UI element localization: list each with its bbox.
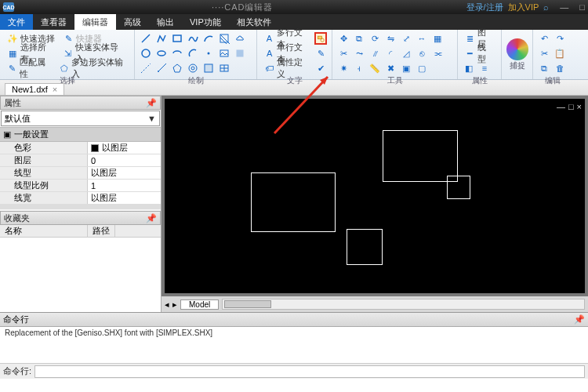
color-icon[interactable]: ◧ bbox=[463, 62, 475, 74]
align-icon[interactable]: ⫞ bbox=[353, 62, 365, 74]
properties-category[interactable]: ▣一般设置 bbox=[0, 127, 161, 142]
image-icon[interactable] bbox=[218, 47, 230, 60]
spline-icon[interactable] bbox=[187, 32, 199, 45]
copy-icon[interactable]: ⧉ bbox=[353, 32, 365, 45]
ungroup-icon[interactable]: ▢ bbox=[416, 62, 428, 74]
layout-nav-left[interactable]: ◂ bbox=[165, 299, 169, 310]
menu-tab-output[interactable]: 输出 bbox=[149, 14, 182, 30]
viewport-minimize-icon[interactable]: — bbox=[557, 102, 565, 111]
attrdef-button[interactable]: 🏷属性定义 bbox=[262, 61, 312, 75]
menu-tab-file[interactable]: 文件 bbox=[0, 14, 33, 30]
prop-row-lineweight[interactable]: 线宽以图层 bbox=[0, 192, 161, 205]
menu-tab-editor[interactable]: 编辑器 bbox=[74, 14, 116, 30]
text-style-icon[interactable]: ✎ bbox=[315, 47, 327, 60]
polygon2-icon[interactable] bbox=[171, 62, 183, 74]
polyline-icon[interactable] bbox=[155, 32, 168, 45]
ribbon-group-capture[interactable]: 捕捉 bbox=[502, 30, 533, 79]
move-icon[interactable]: ✥ bbox=[337, 32, 350, 45]
arc-icon[interactable] bbox=[202, 32, 215, 45]
redo-icon[interactable]: ↷ bbox=[554, 32, 566, 45]
rect-entity[interactable] bbox=[251, 172, 336, 232]
construction-line-icon[interactable] bbox=[140, 62, 152, 74]
drawing-canvas[interactable]: — □ × bbox=[165, 99, 585, 293]
delete-icon[interactable]: 🗑 bbox=[554, 62, 566, 74]
stretch-icon[interactable]: ↔ bbox=[416, 32, 428, 45]
join-icon[interactable]: ⫘ bbox=[431, 47, 444, 60]
mirror-icon[interactable]: ⇋ bbox=[384, 32, 397, 45]
extend-icon[interactable]: ⤳ bbox=[353, 47, 365, 60]
fillet-icon[interactable]: ◜ bbox=[384, 47, 397, 60]
undo-icon[interactable]: ↶ bbox=[538, 32, 550, 45]
window-minimize[interactable]: — bbox=[560, 2, 568, 12]
pin-icon[interactable]: 📌 bbox=[146, 98, 157, 108]
document-tab[interactable]: New1.dxf × bbox=[5, 83, 64, 95]
favorites-body[interactable] bbox=[0, 238, 161, 312]
block-icon[interactable] bbox=[234, 47, 246, 60]
break-icon[interactable]: ⎋ bbox=[416, 47, 428, 60]
ellipse-arc-icon[interactable] bbox=[171, 47, 183, 60]
menu-tab-vip[interactable]: VIP功能 bbox=[182, 14, 229, 30]
favorites-col-path[interactable]: 路径 bbox=[88, 225, 115, 237]
circle-icon[interactable] bbox=[140, 47, 152, 60]
menu-tab-related[interactable]: 相关软件 bbox=[229, 14, 279, 30]
prop-row-layer[interactable]: 图层0 bbox=[0, 154, 161, 167]
cut-icon[interactable]: ✂ bbox=[538, 47, 550, 60]
spell-icon[interactable]: ✔ bbox=[315, 62, 327, 74]
rect-entity[interactable] bbox=[447, 176, 470, 199]
pin-icon[interactable]: 📌 bbox=[146, 213, 157, 223]
explode-icon[interactable]: ✷ bbox=[337, 62, 350, 74]
measure-icon[interactable]: 📏 bbox=[368, 62, 381, 74]
point-icon[interactable] bbox=[202, 47, 215, 60]
offset-icon[interactable]: ⫽ bbox=[368, 47, 381, 60]
pin-icon[interactable]: 📌 bbox=[574, 314, 585, 325]
ray-icon[interactable] bbox=[155, 62, 168, 74]
properties-selector[interactable]: 默认值 ▼ bbox=[1, 111, 160, 126]
properties-panel-header[interactable]: 属性 📌 bbox=[0, 96, 161, 110]
table-icon[interactable] bbox=[218, 62, 230, 74]
window-maximize[interactable]: □ bbox=[579, 2, 585, 12]
wipeout-icon[interactable] bbox=[202, 62, 215, 74]
vip-link[interactable]: 加入VIP bbox=[508, 2, 539, 13]
array-icon[interactable]: ▦ bbox=[431, 32, 444, 45]
scrollbar-thumb[interactable] bbox=[224, 300, 271, 308]
find-text-button[interactable] bbox=[314, 32, 327, 45]
prop-row-linetype[interactable]: 线型以图层 bbox=[0, 167, 161, 180]
trim-icon[interactable]: ✂ bbox=[337, 47, 350, 60]
donut-icon[interactable] bbox=[187, 62, 199, 74]
hatch-icon[interactable] bbox=[218, 32, 230, 45]
favorites-panel-header[interactable]: 收藏夹 📌 bbox=[0, 211, 161, 225]
cloud-icon[interactable] bbox=[234, 32, 246, 45]
ellipse-icon[interactable] bbox=[155, 47, 168, 60]
rotate-icon[interactable]: ⟳ bbox=[368, 32, 381, 45]
lineweight-icon[interactable]: ≡ bbox=[478, 62, 491, 74]
login-link[interactable]: 登录/注册 bbox=[466, 2, 503, 13]
scale-icon[interactable]: ⤢ bbox=[400, 32, 412, 45]
rect-entity[interactable] bbox=[347, 229, 383, 265]
menu-tab-viewer[interactable]: 查看器 bbox=[33, 14, 74, 30]
linetype-button[interactable]: ━线型 bbox=[463, 46, 496, 60]
polygon-input-button[interactable]: ⬠多边形实体输入 bbox=[56, 61, 129, 75]
viewport-close-icon[interactable]: × bbox=[577, 102, 582, 111]
group-icon[interactable]: ▣ bbox=[400, 62, 412, 74]
rect-entity[interactable] bbox=[383, 130, 458, 182]
model-tab[interactable]: Model bbox=[180, 299, 219, 310]
layout-nav-right[interactable]: ▸ bbox=[172, 299, 177, 310]
command-history[interactable]: Replacement of the [Geniso.SHX] font wit… bbox=[0, 327, 588, 363]
search-icon[interactable]: ⌕ bbox=[543, 2, 549, 12]
paste-icon[interactable]: 📋 bbox=[554, 47, 566, 60]
horizontal-scrollbar[interactable] bbox=[222, 299, 585, 310]
arc2-icon[interactable] bbox=[187, 47, 199, 60]
viewport-maximize-icon[interactable]: □ bbox=[568, 102, 574, 111]
prop-row-color[interactable]: 色彩以图层 bbox=[0, 142, 161, 154]
command-panel-header[interactable]: 命令行 📌 bbox=[0, 313, 588, 327]
prop-row-ltscale[interactable]: 线型比例1 bbox=[0, 180, 161, 192]
favorites-col-name[interactable]: 名称 bbox=[0, 225, 88, 237]
match-props-button[interactable]: ✎匹配属性 bbox=[5, 61, 53, 75]
erase-icon[interactable]: ✖ bbox=[384, 62, 397, 74]
chamfer-icon[interactable]: ◿ bbox=[400, 47, 412, 60]
line-icon[interactable] bbox=[140, 32, 152, 45]
copy2-icon[interactable]: ⧉ bbox=[538, 62, 550, 74]
close-tab-icon[interactable]: × bbox=[53, 85, 57, 94]
rectangle-icon[interactable] bbox=[171, 32, 183, 45]
menu-tab-advanced[interactable]: 高级 bbox=[116, 14, 149, 30]
